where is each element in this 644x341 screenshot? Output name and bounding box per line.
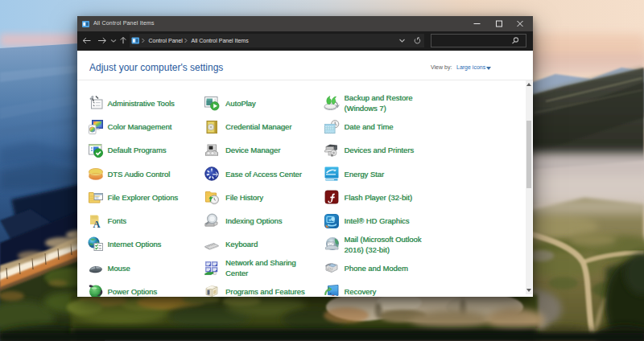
svg-text:A: A [93,218,100,229]
svg-text:All Control Panel Items: All Control Panel Items [192,38,250,43]
svg-text:Control Panel: Control Panel [149,38,184,43]
